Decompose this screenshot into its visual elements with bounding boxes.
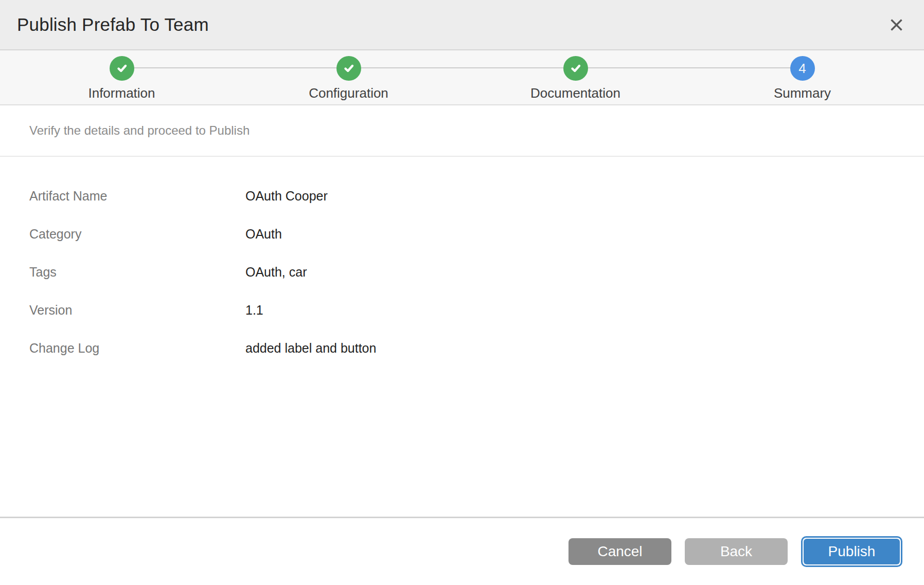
wizard-stepper: Information Configuration Docume xyxy=(0,50,924,105)
step-summary-number: 4 xyxy=(798,61,806,77)
check-icon xyxy=(341,61,357,76)
detail-row-change-log: Change Log added label and button xyxy=(29,340,895,356)
publish-button[interactable]: Publish xyxy=(804,539,900,564)
check-icon xyxy=(568,61,583,76)
detail-row-version: Version 1.1 xyxy=(29,302,895,318)
detail-value: added label and button xyxy=(245,340,376,356)
step-description-text: Verify the details and proceed to Publis… xyxy=(29,123,250,138)
step-configuration-circle xyxy=(336,56,361,81)
publish-prefab-dialog: Publish Prefab To Team Information xyxy=(0,0,924,585)
detail-label: Version xyxy=(29,302,245,318)
step-documentation-circle xyxy=(563,56,588,81)
step-summary[interactable]: 4 Summary xyxy=(689,50,916,104)
close-icon xyxy=(890,18,903,32)
publish-button-focus-ring: Publish xyxy=(801,536,902,567)
step-summary-label: Summary xyxy=(774,85,831,101)
step-summary-circle: 4 xyxy=(790,56,815,81)
step-description-band: Verify the details and proceed to Publis… xyxy=(0,105,924,157)
detail-label: Change Log xyxy=(29,340,245,356)
dialog-title: Publish Prefab To Team xyxy=(17,14,209,35)
step-documentation[interactable]: Documentation xyxy=(462,50,689,104)
step-information[interactable]: Information xyxy=(8,50,235,104)
summary-details: Artifact Name OAuth Cooper Category OAut… xyxy=(0,157,924,517)
step-configuration-label: Configuration xyxy=(309,85,388,101)
step-documentation-label: Documentation xyxy=(530,85,620,101)
check-icon xyxy=(114,61,130,76)
detail-value: OAuth Cooper xyxy=(245,188,328,204)
detail-row-category: Category OAuth xyxy=(29,226,895,242)
detail-row-artifact-name: Artifact Name OAuth Cooper xyxy=(29,188,895,204)
step-configuration[interactable]: Configuration xyxy=(235,50,462,104)
back-button[interactable]: Back xyxy=(685,538,788,565)
dialog-footer: Cancel Back Publish xyxy=(0,517,924,585)
detail-value: OAuth xyxy=(245,226,282,242)
dialog-header: Publish Prefab To Team xyxy=(0,0,924,50)
step-information-circle xyxy=(110,56,134,81)
detail-value: 1.1 xyxy=(245,302,263,318)
detail-row-tags: Tags OAuth, car xyxy=(29,264,895,280)
detail-value: OAuth, car xyxy=(245,264,307,280)
cancel-button[interactable]: Cancel xyxy=(568,538,671,565)
detail-label: Category xyxy=(29,226,245,242)
close-button[interactable] xyxy=(885,13,908,36)
step-information-label: Information xyxy=(88,85,155,101)
detail-label: Tags xyxy=(29,264,245,280)
detail-label: Artifact Name xyxy=(29,188,245,204)
